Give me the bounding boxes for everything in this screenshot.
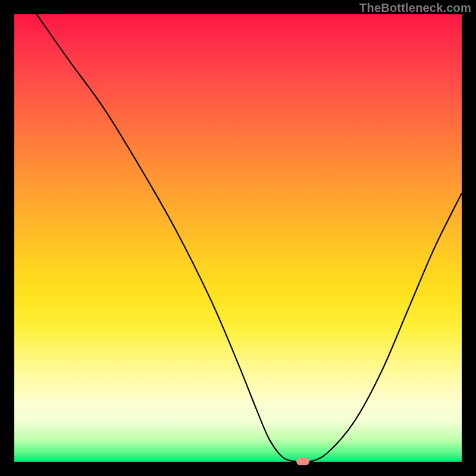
watermark-text: TheBottleneck.com bbox=[359, 1, 471, 15]
curve-path bbox=[37, 14, 462, 462]
chart-frame: TheBottleneck.com bbox=[0, 0, 476, 476]
bottleneck-curve bbox=[14, 14, 462, 462]
optimal-marker bbox=[296, 458, 309, 465]
plot-area bbox=[14, 14, 462, 462]
